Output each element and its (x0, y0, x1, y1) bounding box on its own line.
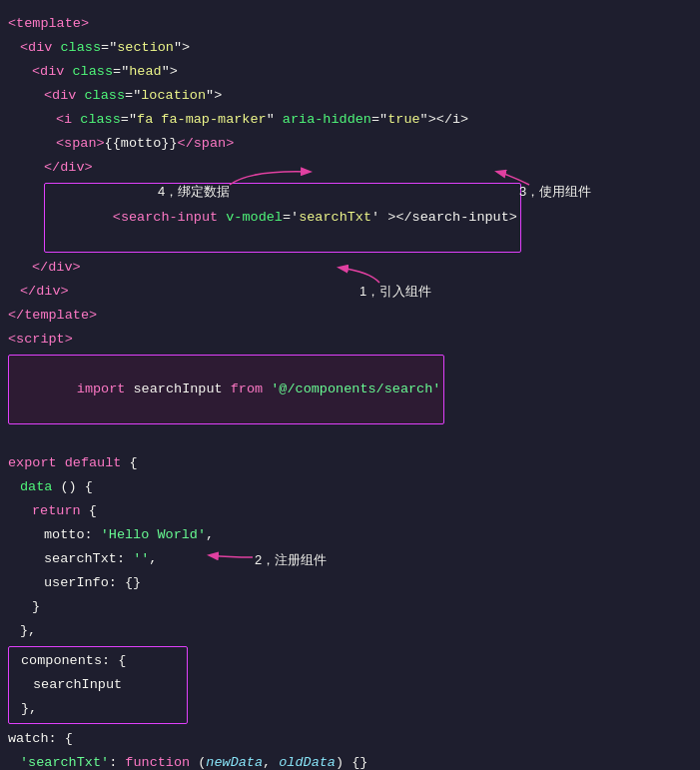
line-div-close-head: </div> (8, 256, 692, 280)
line-div-section: <div class="section"> (8, 36, 692, 60)
components-block: components: { searchInput }, (8, 646, 188, 724)
line-div-close-location: </div> (8, 156, 692, 180)
line-import: import searchInput from '@/components/se… (8, 354, 692, 425)
code-block: <template> <div class="section"> <div cl… (0, 8, 700, 770)
line-search-input: <search-input v-model='searchTxt' ></sea… (8, 182, 692, 254)
line-data-fn: data () { (8, 475, 692, 499)
line-div-head: <div class="head"> (8, 60, 692, 84)
line-watch-open: watch: { (8, 727, 692, 751)
line-span-motto: <span>{{motto}}</span> (8, 132, 692, 156)
line-bracket-close-comma: }, (8, 619, 692, 643)
line-i-fa: <i class="fa fa-map-marker" aria-hidden=… (8, 108, 692, 132)
line-searchInput-item: searchInput (9, 673, 187, 697)
line-brace-close: } (8, 595, 692, 619)
line-div-location: <div class="location"> (8, 84, 692, 108)
line-template-close: </template> (8, 304, 692, 328)
code-container: <template> <div class="section"> <div cl… (0, 0, 700, 770)
line-return-open: return { (8, 499, 692, 523)
line-components-open: components: { (9, 649, 187, 673)
line-export-default: export default { (8, 451, 692, 475)
line-components-close: }, (9, 697, 187, 721)
line-script-open: <script> (8, 328, 692, 352)
line-blank (8, 427, 692, 451)
line-watch-searchTxt: 'searchTxt': function (newData, oldData)… (8, 751, 692, 770)
line-template-open: <template> (8, 12, 692, 36)
line-searchTxt: searchTxt: '', (8, 547, 692, 571)
line-div-close-section: </div> (8, 280, 692, 304)
line-motto: motto: 'Hello World', (8, 523, 692, 547)
line-userInfo: userInfo: {} (8, 571, 692, 595)
